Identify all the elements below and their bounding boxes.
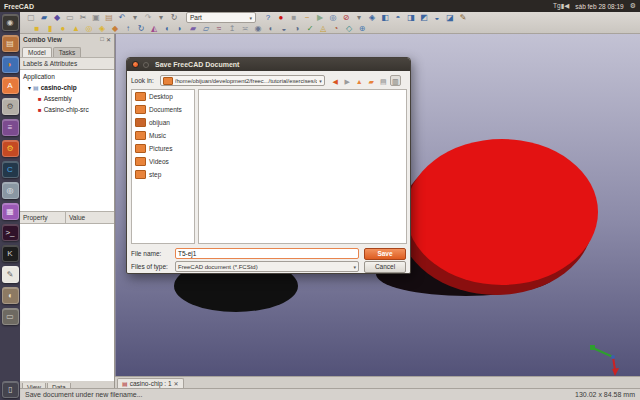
purple-app-icon[interactable]: ≡ — [2, 119, 19, 136]
part-primitives-icon[interactable]: ◈ — [97, 24, 107, 34]
labels-attributes-header[interactable]: Labels & Attributes — [20, 57, 114, 70]
part-cross-sections-icon[interactable]: ≍ — [240, 24, 250, 34]
new-document-icon[interactable]: ▢ — [26, 13, 36, 23]
firefox-icon[interactable]: ◗ — [2, 56, 19, 73]
part-sweep-icon[interactable]: ≈ — [214, 24, 224, 34]
view-bottom-icon[interactable]: ◒ — [432, 13, 442, 23]
part-boolean-union-icon[interactable]: ◐ — [266, 24, 276, 34]
media-app-icon[interactable]: ▦ — [2, 203, 19, 220]
part-ruled-surface-icon[interactable]: ▰ — [188, 24, 198, 34]
terminal-icon[interactable]: >_ — [2, 224, 19, 241]
path-combobox[interactable]: /home/obijuan/development2/freec.../tuto… — [160, 75, 325, 86]
macro-stop-icon[interactable]: ■ — [289, 13, 299, 23]
file-type-combobox[interactable]: FreeCAD document (*.FCStd) ▾ — [175, 261, 359, 272]
zoom-fit-all-icon[interactable]: ◎ — [328, 13, 338, 23]
save-icon[interactable]: ◆ — [52, 13, 62, 23]
dialog-window-button[interactable] — [143, 62, 149, 68]
clock[interactable]: sáb feb 28 08:19 — [575, 3, 623, 10]
tree-item[interactable]: ■ Casino-chip-src — [20, 104, 114, 115]
files-icon[interactable]: ▤ — [2, 35, 19, 52]
place-item[interactable]: Videos — [132, 155, 194, 168]
file-list-area[interactable] — [198, 89, 407, 244]
print-icon[interactable]: ▭ — [65, 13, 75, 23]
part-compound-icon[interactable]: ◉ — [253, 24, 263, 34]
part-extrude-icon[interactable]: ↑ — [123, 24, 133, 34]
back-button[interactable]: ◀ — [330, 75, 341, 86]
dock-close-icon[interactable]: ✕ — [106, 36, 111, 43]
part-sphere-icon[interactable]: ● — [58, 24, 68, 34]
part-boolean-cut-icon[interactable]: ◑ — [292, 24, 302, 34]
part-box-icon[interactable]: ■ — [32, 24, 42, 34]
macro-edit-icon[interactable]: ~ — [302, 13, 312, 23]
detail-view-button[interactable]: ▥ — [390, 75, 401, 86]
open-folder-icon[interactable]: ▰ — [39, 13, 49, 23]
measure-icon[interactable]: ✎ — [458, 13, 468, 23]
tab-tasks[interactable]: Tasks — [53, 47, 82, 57]
part-thickness-icon[interactable]: ◔ — [331, 24, 341, 34]
part-torus-icon[interactable]: ◎ — [84, 24, 94, 34]
macro-record-icon[interactable]: ● — [276, 13, 286, 23]
forward-button[interactable]: ▶ — [342, 75, 353, 86]
keyboard-layout-indicator[interactable]: Tg — [553, 2, 561, 9]
part-shapebuilder-icon[interactable]: ◆ — [110, 24, 120, 34]
part-revolve-icon[interactable]: ↻ — [136, 24, 146, 34]
inactive-folder-icon[interactable]: ▭ — [2, 308, 19, 325]
place-item[interactable]: step — [132, 168, 194, 181]
up-directory-button[interactable]: ▲ — [354, 75, 365, 86]
browser-swirl-icon[interactable]: ◎ — [2, 182, 19, 199]
macro-play-icon[interactable]: ▶ — [315, 13, 325, 23]
document-tab[interactable]: ▤ casino-chip : 1 ✕ — [117, 378, 184, 388]
dark-terminal-icon[interactable]: K — [2, 245, 19, 262]
c-app-icon[interactable]: C — [2, 161, 19, 178]
undo-dropdown-caret[interactable]: ▾ — [130, 13, 140, 23]
view-left-icon[interactable]: ◪ — [445, 13, 455, 23]
view-right-icon[interactable]: ◨ — [406, 13, 416, 23]
part-section-icon[interactable]: ↥ — [227, 24, 237, 34]
tree-item[interactable]: ■ Assembly — [20, 93, 114, 104]
view-rear-icon[interactable]: ◩ — [419, 13, 429, 23]
part-offset-icon[interactable]: ⊕ — [357, 24, 367, 34]
draw-style-caret[interactable]: ▾ — [354, 13, 364, 23]
value-column-header[interactable]: Value — [66, 214, 85, 221]
whats-this-icon[interactable]: ? — [263, 13, 273, 23]
dialog-close-button[interactable] — [132, 61, 139, 68]
draw-style-icon[interactable]: ⊘ — [341, 13, 351, 23]
text-editor-icon[interactable]: ✎ — [2, 266, 19, 283]
copy-icon[interactable]: ▣ — [91, 13, 101, 23]
redo-dropdown-caret[interactable]: ▾ — [156, 13, 166, 23]
place-item[interactable]: obijuan — [132, 116, 194, 129]
session-gear-icon[interactable]: ⚙ — [630, 2, 636, 10]
gimp-icon[interactable]: ◖ — [2, 287, 19, 304]
place-item[interactable]: Documents — [132, 103, 194, 116]
cancel-button[interactable]: Cancel — [364, 261, 406, 273]
system-settings-icon[interactable]: ⚙ — [2, 98, 19, 115]
part-refine-shape-icon[interactable]: ◇ — [344, 24, 354, 34]
dock-float-icon[interactable]: □ — [100, 36, 104, 43]
volume-icon[interactable]: ◀ — [564, 2, 569, 9]
refresh-icon[interactable]: ↻ — [169, 13, 179, 23]
undo-icon[interactable]: ↶ — [117, 13, 127, 23]
part-cone-icon[interactable]: ▲ — [71, 24, 81, 34]
view-isometric-icon[interactable]: ◈ — [367, 13, 377, 23]
place-item[interactable]: Desktop — [132, 90, 194, 103]
tree-item-document[interactable]: ▾ ▤ casino-chip — [20, 82, 114, 93]
list-view-button[interactable]: ▤ — [378, 75, 389, 86]
part-defeaturing-icon[interactable]: ◬ — [318, 24, 328, 34]
ubuntu-dash-icon[interactable]: ◉ — [2, 14, 19, 31]
close-icon[interactable]: ✕ — [174, 380, 179, 387]
property-column-header[interactable]: Property — [20, 212, 66, 223]
part-cylinder-icon[interactable]: ▮ — [45, 24, 55, 34]
tab-model[interactable]: Model — [22, 47, 52, 57]
trash-icon[interactable]: ▯ — [2, 381, 19, 398]
part-chamfer-icon[interactable]: ◗ — [175, 24, 185, 34]
part-boolean-common-icon[interactable]: ◒ — [279, 24, 289, 34]
paste-icon[interactable]: ▤ — [104, 13, 114, 23]
tree-item-application[interactable]: Application — [20, 71, 114, 82]
workbench-selector[interactable]: Part ▾ — [186, 12, 256, 23]
redo-icon[interactable]: ↷ — [143, 13, 153, 23]
view-front-icon[interactable]: ◧ — [380, 13, 390, 23]
place-item[interactable]: Music — [132, 129, 194, 142]
cut-icon[interactable]: ✂ — [78, 13, 88, 23]
part-check-geometry-icon[interactable]: ✓ — [305, 24, 315, 34]
expander-icon[interactable]: ▾ — [28, 84, 31, 92]
